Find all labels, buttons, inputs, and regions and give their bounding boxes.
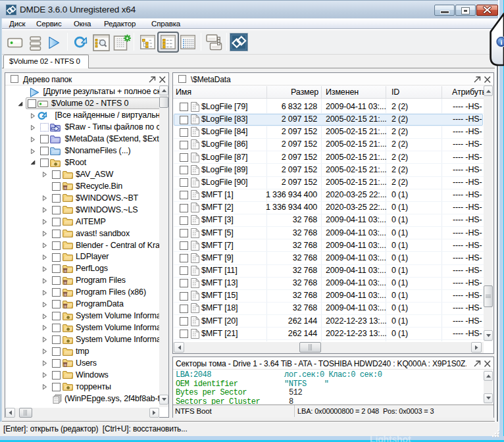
svg-text:i: i xyxy=(500,38,502,46)
